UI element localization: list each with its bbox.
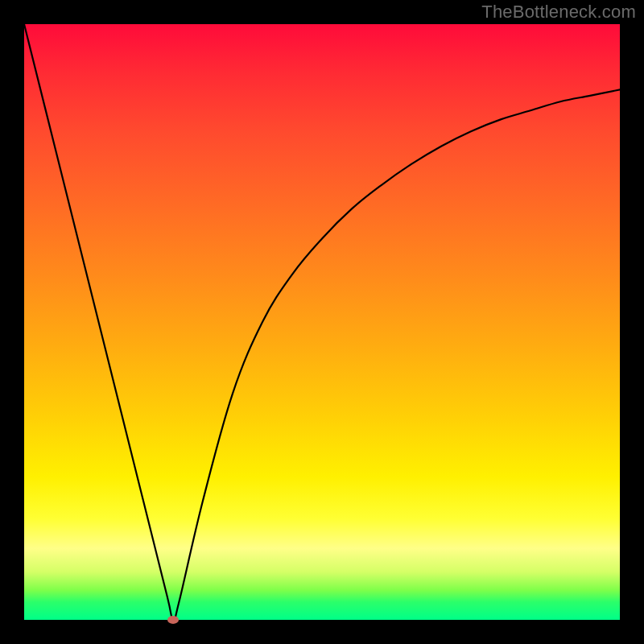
min-marker-dot [167,616,179,624]
bottleneck-curve [24,24,620,620]
watermark-text: TheBottleneck.com [481,2,636,23]
chart-frame: TheBottleneck.com [0,0,644,644]
